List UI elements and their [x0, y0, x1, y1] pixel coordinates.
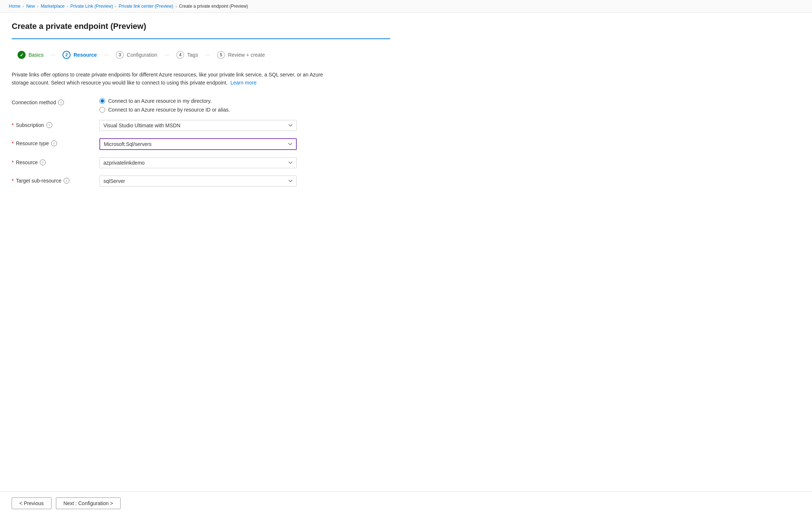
resource-type-label: * Resource type i: [12, 138, 92, 146]
breadcrumb-sep-1: ›: [23, 4, 24, 8]
tab-review-circle: 5: [217, 51, 225, 59]
target-sub-resource-row: * Target sub-resource i sqlServer: [12, 176, 326, 187]
breadcrumb-private-link[interactable]: Private Link (Preview): [70, 4, 113, 9]
subscription-label: * Subscription i: [12, 120, 92, 128]
tab-configuration-circle: 3: [116, 51, 124, 59]
tab-basics-label: Basics: [29, 52, 43, 58]
tab-sep-3: —: [163, 52, 170, 57]
resource-info-icon[interactable]: i: [40, 159, 46, 165]
tab-resource-circle: 2: [62, 51, 71, 59]
breadcrumb-sep-3: ›: [67, 4, 68, 8]
resource-select[interactable]: azprivatelinkdemo: [99, 157, 297, 168]
tab-configuration-label: Configuration: [127, 52, 157, 58]
resource-row: * Resource i azprivatelinkdemo: [12, 157, 326, 168]
subscription-required: *: [12, 122, 14, 128]
target-sub-resource-select[interactable]: sqlServer: [99, 176, 297, 187]
connection-method-radio-group: Connect to an Azure resource in my direc…: [99, 97, 326, 113]
radio-directory[interactable]: Connect to an Azure resource in my direc…: [99, 98, 326, 104]
radio-directory-input[interactable]: [99, 98, 105, 104]
breadcrumb-marketplace[interactable]: Marketplace: [41, 4, 64, 9]
radio-id-input[interactable]: [99, 107, 105, 113]
breadcrumb-new[interactable]: New: [26, 4, 35, 9]
tab-review-label: Review + create: [228, 52, 265, 58]
resource-type-control: Microsoft.Sql/servers: [99, 138, 326, 150]
main-content: Create a private endpoint (Preview) ✓ Ba…: [0, 13, 402, 491]
radio-id-label: Connect to an Azure resource by resource…: [108, 107, 230, 113]
tab-tags-number: 4: [179, 52, 182, 57]
target-sub-resource-control: sqlServer: [99, 176, 326, 187]
tab-basics-circle: ✓: [18, 51, 26, 59]
resource-label: * Resource i: [12, 157, 92, 165]
tab-sep-2: —: [103, 52, 110, 57]
breadcrumb-private-link-center[interactable]: Private link center (Preview): [119, 4, 173, 9]
tab-configuration-number: 3: [119, 52, 121, 57]
breadcrumb-sep-4: ›: [115, 4, 117, 8]
subscription-row: * Subscription i Visual Studio Ultimate …: [12, 120, 326, 131]
tab-sep-4: —: [204, 52, 211, 57]
checkmark-icon: ✓: [20, 52, 24, 58]
tab-resource[interactable]: 2 Resource: [57, 48, 103, 62]
connection-method-label: Connection method i: [12, 97, 92, 105]
tab-configuration[interactable]: 3 Configuration: [110, 48, 163, 62]
radio-directory-label: Connect to an Azure resource in my direc…: [108, 98, 212, 104]
tab-sep-1: —: [49, 52, 57, 57]
breadcrumb-home[interactable]: Home: [9, 4, 20, 9]
previous-button[interactable]: < Previous: [12, 497, 52, 509]
resource-required: *: [12, 159, 14, 165]
resource-type-required: *: [12, 140, 14, 146]
subscription-select[interactable]: Visual Studio Ultimate with MSDN: [99, 120, 297, 131]
tab-tags-label: Tags: [187, 52, 198, 58]
resource-type-select[interactable]: Microsoft.Sql/servers: [99, 138, 297, 150]
connection-method-controls: Connect to an Azure resource in my direc…: [99, 97, 326, 113]
tab-basics[interactable]: ✓ Basics: [12, 48, 49, 62]
connection-method-info-icon[interactable]: i: [58, 99, 64, 105]
resource-type-info-icon[interactable]: i: [51, 140, 57, 146]
tab-resource-number: 2: [65, 52, 68, 57]
resource-control: azprivatelinkdemo: [99, 157, 326, 168]
breadcrumb-sep-2: ›: [37, 4, 39, 8]
form-section: Connection method i Connect to an Azure …: [12, 97, 326, 187]
subscription-control: Visual Studio Ultimate with MSDN: [99, 120, 326, 131]
tab-resource-label: Resource: [73, 52, 97, 58]
target-sub-resource-info-icon[interactable]: i: [64, 178, 69, 184]
next-button[interactable]: Next : Configuration >: [56, 497, 121, 509]
target-sub-resource-required: *: [12, 178, 14, 184]
wizard-tabs: ✓ Basics — 2 Resource — 3 Configuration …: [12, 48, 390, 62]
subscription-info-icon[interactable]: i: [46, 122, 52, 128]
resource-type-row: * Resource type i Microsoft.Sql/servers: [12, 138, 326, 150]
breadcrumb-sep-5: ›: [175, 4, 177, 8]
description-text: Private links offer options to create pr…: [12, 71, 326, 87]
footer: < Previous Next : Configuration >: [0, 491, 812, 515]
tab-review-number: 5: [220, 52, 223, 57]
divider: [12, 38, 390, 39]
page-title: Create a private endpoint (Preview): [12, 22, 390, 31]
radio-id[interactable]: Connect to an Azure resource by resource…: [99, 107, 326, 113]
learn-more-link[interactable]: Learn more: [230, 80, 257, 86]
breadcrumb-current: Create a private endpoint (Preview): [179, 4, 248, 9]
connection-method-row: Connection method i Connect to an Azure …: [12, 97, 326, 113]
tab-tags-circle: 4: [176, 51, 184, 59]
tab-tags[interactable]: 4 Tags: [170, 48, 204, 62]
breadcrumb: Home › New › Marketplace › Private Link …: [0, 0, 812, 13]
target-sub-resource-label: * Target sub-resource i: [12, 176, 92, 184]
tab-review[interactable]: 5 Review + create: [211, 48, 271, 62]
